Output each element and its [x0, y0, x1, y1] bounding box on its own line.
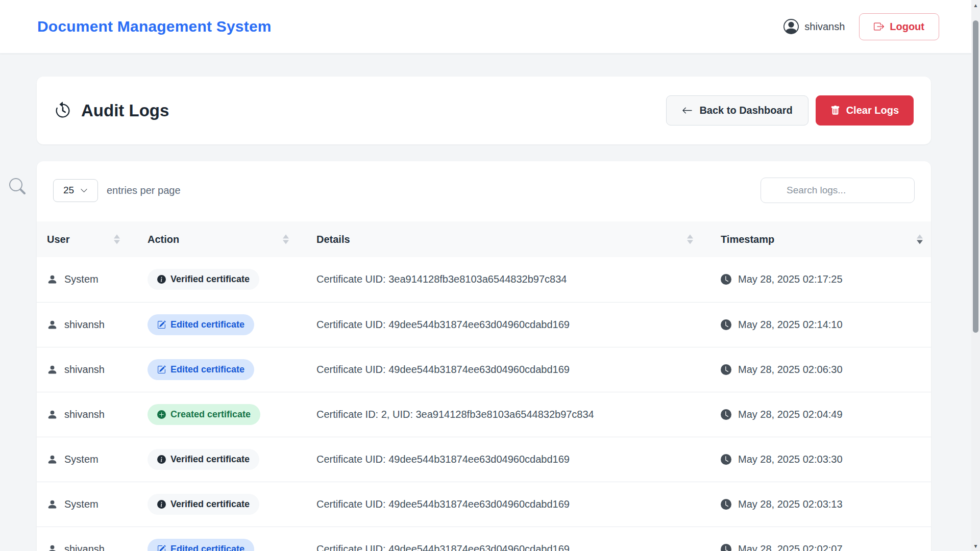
user-chip: shivansh	[783, 19, 845, 34]
log-timestamp: May 28, 2025 02:06:30	[738, 364, 843, 375]
scroll-up-arrow-icon[interactable]: ▲	[971, 1, 980, 10]
user-name: System	[64, 273, 99, 285]
user-name: shivansh	[64, 543, 105, 551]
clock-icon	[721, 454, 731, 465]
clock-icon	[721, 274, 731, 285]
info-circle-icon	[157, 275, 166, 284]
action-badge: Edited certificate	[148, 314, 254, 335]
action-badge-label: Verified certificate	[170, 274, 250, 285]
table-row: shivansh Edited certificate Certificate …	[37, 527, 931, 551]
back-to-dashboard-label: Back to Dashboard	[699, 105, 792, 116]
action-badge: Verified certificate	[148, 269, 259, 290]
user-name: System	[64, 454, 99, 465]
info-circle-icon	[157, 500, 166, 509]
history-icon	[54, 102, 72, 120]
table-row: shivansh Created certificate Certificate…	[37, 392, 931, 437]
plus-circle-icon	[157, 410, 166, 419]
log-details: Certificate UID: 49dee544b31874ee63d0496…	[316, 543, 570, 551]
username-label: shivansh	[804, 21, 845, 33]
column-header-action[interactable]: Action	[137, 221, 306, 257]
entries-per-page-value: 25	[63, 185, 74, 196]
log-details: Certificate UID: 49dee544b31874ee63d0496…	[316, 498, 570, 510]
log-timestamp: May 28, 2025 02:04:49	[738, 409, 843, 420]
log-details: Certificate ID: 2, UID: 3ea914128fb3e810…	[316, 409, 594, 420]
person-icon	[47, 544, 58, 551]
clock-icon	[721, 499, 731, 510]
logout-label: Logout	[890, 21, 924, 33]
page-title: Audit Logs	[81, 101, 169, 120]
pencil-square-icon	[157, 365, 166, 374]
vertical-scrollbar[interactable]: ▲ ▼	[971, 0, 980, 551]
action-badge-label: Created certificate	[170, 409, 251, 420]
person-icon	[47, 499, 58, 510]
pencil-square-icon	[157, 545, 166, 551]
log-timestamp: May 28, 2025 02:17:25	[738, 273, 843, 285]
action-badge: Verified certificate	[148, 449, 259, 470]
sort-desc-icon	[917, 235, 923, 244]
log-timestamp: May 28, 2025 02:14:10	[738, 319, 843, 331]
search-logs-input[interactable]	[761, 178, 915, 203]
action-badge: Edited certificate	[148, 359, 254, 380]
action-badge: Created certificate	[148, 404, 260, 425]
entries-per-page-label: entries per page	[107, 185, 181, 196]
sort-icon	[114, 235, 120, 244]
clock-icon	[721, 364, 731, 375]
user-name: shivansh	[64, 364, 105, 375]
log-details: Certificate UID: 49dee544b31874ee63d0496…	[316, 364, 570, 375]
user-avatar-icon	[783, 19, 799, 34]
clock-icon	[721, 319, 731, 330]
audit-logs-table: User Action Details Timestamp	[37, 221, 931, 551]
table-row: System Verified certificate Certificate …	[37, 482, 931, 527]
arrow-left-icon	[682, 105, 693, 116]
action-badge-label: Edited certificate	[170, 544, 244, 551]
log-timestamp: May 28, 2025 02:03:13	[738, 498, 843, 510]
column-header-details[interactable]: Details	[306, 221, 710, 257]
person-icon	[47, 409, 58, 420]
column-header-user[interactable]: User	[37, 221, 137, 257]
user-name: shivansh	[64, 319, 105, 331]
log-timestamp: May 28, 2025 02:02:07	[738, 543, 843, 551]
person-icon	[47, 319, 58, 330]
app-title: Document Management System	[37, 18, 272, 35]
log-details: Certificate UID: 49dee544b31874ee63d0496…	[316, 454, 570, 465]
person-icon	[47, 364, 58, 375]
scrollbar-thumb[interactable]	[973, 20, 978, 333]
action-badge-label: Verified certificate	[170, 454, 250, 465]
action-badge: Edited certificate	[148, 539, 254, 551]
action-badge: Verified certificate	[148, 494, 259, 515]
log-timestamp: May 28, 2025 02:03:30	[738, 454, 843, 465]
back-to-dashboard-button[interactable]: Back to Dashboard	[666, 95, 808, 126]
clear-logs-button[interactable]: Clear Logs	[816, 95, 914, 126]
table-row: shivansh Edited certificate Certificate …	[37, 302, 931, 347]
log-details: Certificate UID: 3ea914128fb3e8103a65448…	[316, 273, 567, 285]
trash-icon	[830, 106, 840, 115]
action-badge-label: Edited certificate	[170, 319, 244, 330]
clock-icon	[721, 409, 731, 420]
user-name: System	[64, 498, 99, 510]
logs-table-card: 25 entries per page User Actio	[37, 161, 931, 551]
scroll-down-arrow-icon[interactable]: ▼	[971, 541, 980, 550]
logout-icon	[874, 21, 884, 32]
table-row: shivansh Edited certificate Certificate …	[37, 347, 931, 392]
action-badge-label: Edited certificate	[170, 364, 244, 375]
action-badge-label: Verified certificate	[170, 499, 250, 510]
info-circle-icon	[157, 455, 166, 464]
audit-logs-header-card: Audit Logs Back to Dashboard Clear Logs	[37, 77, 931, 144]
clock-icon	[721, 544, 731, 551]
user-name: shivansh	[64, 409, 105, 420]
clear-logs-label: Clear Logs	[846, 105, 899, 116]
sort-icon	[283, 235, 289, 244]
table-row: System Verified certificate Certificate …	[37, 437, 931, 482]
logout-button[interactable]: Logout	[859, 13, 939, 40]
column-header-timestamp[interactable]: Timestamp	[710, 221, 931, 257]
person-icon	[47, 454, 58, 465]
entries-per-page-select[interactable]: 25	[53, 179, 98, 202]
chevron-down-icon	[80, 187, 88, 194]
pencil-square-icon	[157, 320, 166, 329]
person-icon	[47, 274, 58, 285]
sort-icon	[687, 235, 693, 244]
log-details: Certificate UID: 49dee544b31874ee63d0496…	[316, 319, 570, 330]
table-row: System Verified certificate Certificate …	[37, 257, 931, 302]
top-header: Document Management System shivansh Logo…	[0, 0, 980, 54]
